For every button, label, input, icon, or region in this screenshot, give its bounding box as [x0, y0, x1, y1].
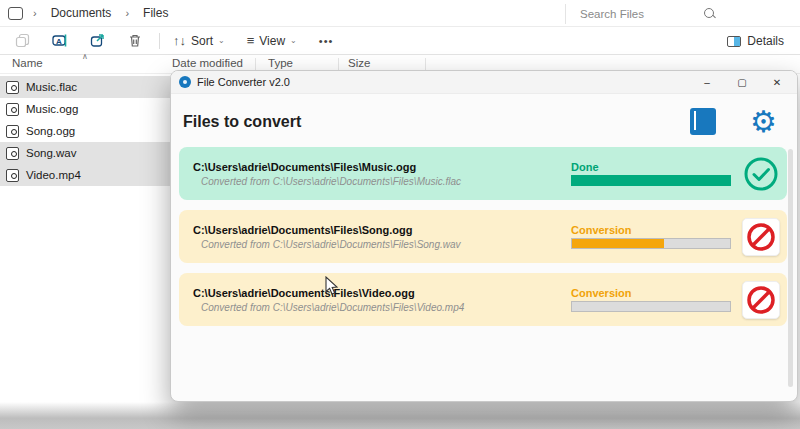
status-label: Done — [571, 161, 731, 173]
media-file-icon — [6, 81, 19, 94]
file-row[interactable]: Song.ogg — [0, 120, 170, 142]
toolbar: A ↑↓ Sort ⌄ ≡ View ⌄ ••• — [0, 27, 800, 55]
file-name: Song.ogg — [26, 125, 75, 137]
chevron-down-icon: ⌄ — [218, 36, 225, 45]
window-title: File Converter v2.0 — [197, 76, 290, 88]
cancel-conversion-button[interactable] — [742, 281, 780, 319]
source-path: Converted from C:\Users\adrie\Documents\… — [201, 239, 571, 250]
file-converter-window: File Converter v2.0 – ▢ ✕ Files to conve… — [170, 70, 798, 402]
svg-text:A: A — [56, 37, 62, 46]
breadcrumb-item-files[interactable]: Files — [139, 4, 172, 22]
sort-label: Sort — [191, 34, 213, 48]
settings-button[interactable]: ⚙ — [750, 109, 777, 135]
conversion-list: C:\Users\adrie\Documents\Files\Music.ogg… — [171, 141, 797, 326]
toolbar-divider — [159, 33, 160, 49]
file-row[interactable]: Music.ogg — [0, 98, 170, 120]
more-options-button[interactable]: ••• — [312, 32, 341, 50]
column-header-date-modified[interactable]: Date modified — [172, 57, 243, 69]
trash-icon — [128, 33, 142, 48]
file-name: Song.wav — [26, 147, 77, 159]
scrollbar[interactable] — [788, 149, 793, 387]
column-header-size[interactable]: Size — [348, 57, 370, 69]
view-button[interactable]: ≡ View ⌄ — [240, 31, 304, 51]
progress-bar — [571, 301, 731, 312]
details-pane-icon — [727, 36, 741, 47]
source-path: Converted from C:\Users\adrie\Documents\… — [201, 302, 571, 313]
details-button[interactable]: Details — [721, 31, 790, 51]
search-input[interactable]: Search Files — [565, 4, 720, 24]
chevron-right-icon: › — [33, 7, 37, 19]
list-icon — [694, 111, 696, 130]
chevron-down-icon: ⌄ — [290, 36, 297, 45]
sort-button[interactable]: ↑↓ Sort ⌄ — [166, 31, 232, 51]
search-placeholder: Search Files — [580, 8, 644, 20]
title-bar[interactable]: File Converter v2.0 – ▢ ✕ — [171, 71, 797, 94]
output-path: C:\Users\adrie\Documents\Files\Video.ogg — [193, 287, 571, 299]
media-file-icon — [6, 147, 19, 160]
rename-button[interactable]: A — [45, 30, 75, 51]
file-row[interactable]: Video.mp4 — [0, 164, 170, 186]
prohibition-icon — [746, 285, 776, 315]
maximize-button[interactable]: ▢ — [736, 77, 748, 88]
status-label: Conversion — [571, 224, 731, 236]
conversion-item: C:\Users\adrie\Documents\Files\Video.ogg… — [179, 273, 787, 326]
column-header-type[interactable]: Type — [268, 57, 293, 69]
minimize-button[interactable]: – — [701, 77, 713, 88]
file-row[interactable]: Song.wav — [0, 142, 170, 164]
media-file-icon — [6, 103, 19, 116]
app-icon — [179, 76, 191, 88]
file-name: Music.ogg — [26, 103, 78, 115]
rename-icon: A — [52, 33, 68, 48]
media-file-icon — [6, 169, 19, 182]
screen: › Documents › Files Search Files A — [0, 0, 800, 429]
close-button[interactable]: ✕ — [771, 77, 783, 88]
success-check-icon — [743, 156, 779, 192]
copy-button[interactable] — [8, 30, 37, 51]
search-icon — [704, 8, 716, 20]
prohibition-icon — [746, 222, 776, 252]
delete-button[interactable] — [121, 30, 149, 51]
ellipsis-icon: ••• — [319, 35, 334, 47]
file-name: Music.flac — [26, 81, 77, 93]
media-file-icon — [6, 125, 19, 138]
share-icon — [90, 33, 106, 48]
share-button[interactable] — [83, 30, 113, 51]
progress-bar — [571, 175, 731, 186]
page-title: Files to convert — [183, 113, 301, 131]
progress-bar — [571, 238, 731, 249]
sort-ascending-icon: ∧ — [82, 52, 88, 61]
details-label: Details — [747, 34, 784, 48]
mouse-cursor — [325, 276, 340, 300]
conversion-item: C:\Users\adrie\Documents\Files\Song.ogg … — [179, 210, 787, 263]
view-lines-icon: ≡ — [247, 34, 255, 47]
cancel-conversion-button[interactable] — [742, 218, 780, 256]
file-row[interactable]: Music.flac — [0, 76, 170, 98]
source-path: Converted from C:\Users\adrie\Documents\… — [201, 176, 571, 187]
column-header-name[interactable]: Name — [12, 57, 43, 69]
chevron-right-icon: › — [125, 7, 129, 19]
output-path: C:\Users\adrie\Documents\Files\Music.ogg — [193, 161, 571, 173]
file-name: Video.mp4 — [26, 169, 81, 181]
conversion-item: C:\Users\adrie\Documents\Files\Music.ogg… — [179, 147, 787, 200]
output-path: C:\Users\adrie\Documents\Files\Song.ogg — [193, 224, 571, 236]
location-icon — [8, 7, 23, 20]
conversion-log-button[interactable] — [690, 108, 716, 135]
view-label: View — [259, 34, 285, 48]
sort-arrows-icon: ↑↓ — [173, 34, 186, 47]
status-label: Conversion — [571, 287, 731, 299]
file-list: Music.flac Music.ogg Song.ogg Song.wav V… — [0, 76, 170, 186]
breadcrumb-item-documents[interactable]: Documents — [47, 4, 116, 22]
copy-icon — [15, 33, 30, 48]
window-bottom-shadow — [0, 402, 800, 429]
